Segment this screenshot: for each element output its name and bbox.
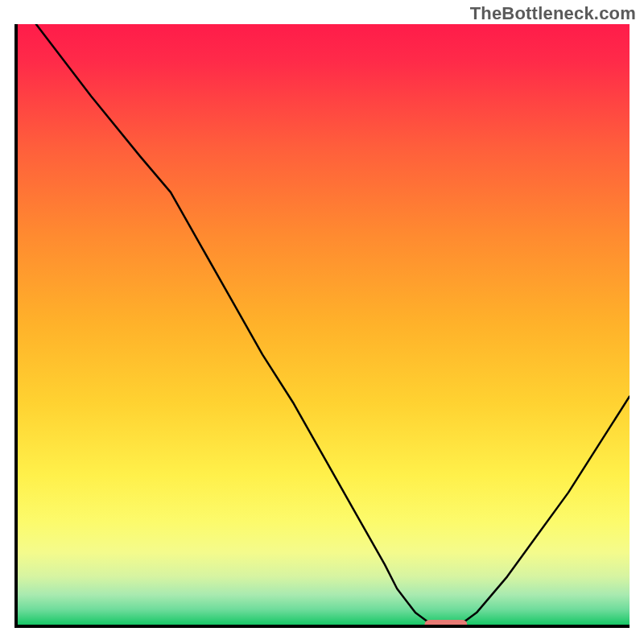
plot-area — [14, 24, 630, 628]
watermark-label: TheBottleneck.com — [470, 3, 636, 24]
chart-frame: TheBottleneck.com — [0, 0, 644, 644]
optimal-marker — [424, 620, 467, 625]
curve-path — [36, 24, 630, 625]
bottleneck-curve — [18, 24, 630, 625]
plot-inner — [18, 24, 630, 625]
